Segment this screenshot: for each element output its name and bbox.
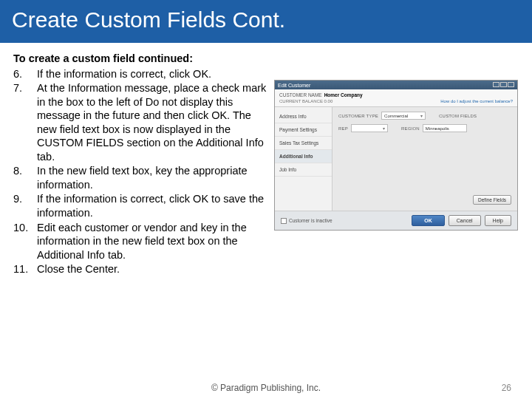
checkbox-icon[interactable]	[281, 218, 287, 224]
slide-title: Create Custom Fields Cont.	[0, 0, 532, 43]
balance-label: CURRENT BALANCE 0.00	[279, 99, 332, 103]
close-icon[interactable]	[508, 82, 514, 87]
step-item: 7.At the Information message, place a ch…	[13, 81, 268, 163]
slide-footer: © Paradigm Publishing, Inc. 26	[0, 383, 532, 393]
page-number: 26	[502, 383, 511, 393]
dialog-titlebar: Edit Customer	[275, 81, 517, 89]
tab-payment[interactable]: Payment Settings	[275, 123, 332, 137]
region-label: REGION	[401, 126, 420, 131]
dialog-footer: Customer is inactive OK Cancel Help	[275, 211, 517, 230]
step-item: 8.In the new field text box, key the app…	[13, 164, 268, 191]
edit-customer-dialog: Edit Customer CUSTOMER NAME Homer Compan…	[274, 80, 518, 231]
tab-additional[interactable]: Additional Info	[275, 150, 332, 163]
rep-label: REP	[338, 126, 348, 131]
customer-type-label: CUSTOMER TYPE	[338, 114, 378, 118]
customer-type-dropdown[interactable]: Commercial	[381, 112, 426, 120]
dialog-title: Edit Customer	[278, 83, 310, 88]
step-item: 9.If the information is correct, click O…	[13, 192, 268, 219]
customer-name-value: Homer Company	[324, 92, 363, 98]
dialog-body: Address Info Payment Settings Sales Tax …	[275, 107, 517, 211]
step-item: 10.Edit each customer or vendor and key …	[13, 221, 268, 262]
step-item: 11.Close the Center.	[13, 262, 268, 276]
maximize-icon[interactable]	[500, 82, 507, 87]
copyright-text: © Paradigm Publishing, Inc.	[0, 383, 532, 393]
slide-content: To create a custom field continued: 6.If…	[0, 43, 532, 277]
window-controls[interactable]	[492, 82, 514, 88]
dialog-header: CUSTOMER NAME Homer Company CURRENT BALA…	[275, 89, 517, 107]
customer-name-label: CUSTOMER NAME	[279, 92, 322, 98]
tab-address[interactable]: Address Info	[275, 110, 332, 123]
inactive-checkbox-group[interactable]: Customer is inactive	[281, 218, 332, 224]
step-item: 6.If the information is correct, click O…	[13, 67, 268, 81]
tab-job[interactable]: Job Info	[275, 163, 332, 177]
rep-dropdown[interactable]	[351, 124, 388, 132]
tab-tax[interactable]: Sales Tax Settings	[275, 137, 332, 150]
region-input[interactable]: Minneapolis	[423, 124, 467, 132]
custom-fields-heading: CUSTOM FIELDS	[439, 114, 477, 118]
additional-info-panel: CUSTOMER TYPE Commercial CUSTOM FIELDS R…	[332, 107, 517, 211]
minimize-icon[interactable]	[493, 82, 499, 87]
steps-list: 6.If the information is correct, click O…	[13, 67, 268, 276]
ok-button[interactable]: OK	[412, 215, 445, 226]
help-button[interactable]: Help	[485, 215, 511, 226]
dialog-tabs: Address Info Payment Settings Sales Tax …	[275, 107, 332, 211]
screenshot-column: Edit Customer CUSTOMER NAME Homer Compan…	[274, 52, 519, 277]
adjust-balance-link[interactable]: How do I adjust the current balance?	[440, 99, 513, 103]
define-fields-button[interactable]: Define Fields	[473, 195, 511, 205]
intro-line: To create a custom field continued:	[13, 52, 268, 66]
instruction-text: To create a custom field continued: 6.If…	[13, 52, 268, 277]
cancel-button[interactable]: Cancel	[449, 215, 481, 226]
inactive-label: Customer is inactive	[289, 218, 332, 223]
